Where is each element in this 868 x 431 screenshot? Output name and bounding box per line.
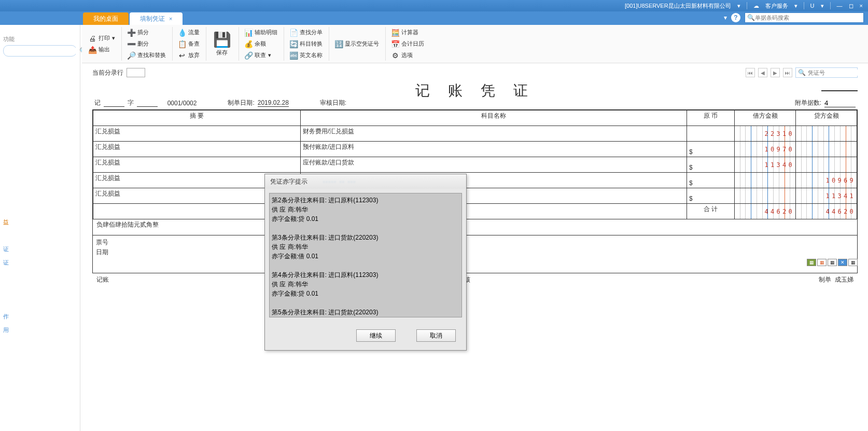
english-name-button[interactable]: 🔤英文名称 [287, 50, 325, 61]
account-convert-button[interactable]: 🔄科目转换 [287, 39, 325, 49]
maximize-icon[interactable]: ◻ [849, 3, 853, 9]
search-icon: 🔍 [798, 69, 806, 76]
cell-debit[interactable] [735, 173, 796, 188]
cell-debit[interactable]: 10970 [735, 142, 796, 157]
calculator-button[interactable]: 🧮计算器 [389, 27, 426, 38]
attachment-count-input[interactable] [824, 99, 856, 107]
sidebar-link[interactable]: 证 [3, 242, 77, 256]
help-icon[interactable]: ? [731, 13, 740, 22]
cell-currency[interactable] [687, 126, 735, 142]
barcode-search-input[interactable] [755, 15, 861, 21]
joint-button[interactable]: 🔗联查▾ [242, 50, 279, 61]
balance-icon: 💰 [244, 40, 253, 48]
sig-maker-name: 成玉娣 [835, 276, 853, 283]
find-replace-button[interactable]: 🔎查找和替换 [125, 50, 168, 61]
tab-close-icon[interactable]: × [169, 16, 172, 22]
abandon-button[interactable]: ↩放弃 [176, 50, 202, 61]
cell-summary[interactable]: 汇兑损益 [93, 142, 301, 157]
cell-credit[interactable]: 10969 [796, 173, 857, 188]
joint-icon: 🔗 [244, 51, 253, 60]
header-debit: 借方金额 [735, 110, 796, 126]
cell-currency[interactable]: $ [687, 157, 735, 173]
cell-account[interactable]: 预付账款/进口原料 [301, 142, 687, 157]
header-account: 科目名称 [301, 110, 687, 126]
ribbon-toolbar: 🖨打印▾ 📤输出 ➕插分 ➖删分 🔎查找和替换 💧流量 📋备查 ↩放弃 💾保存 … [82, 25, 868, 63]
sidebar-link[interactable]: 益 [3, 215, 77, 229]
sidebar-link[interactable]: 作 [3, 310, 77, 323]
cell-summary[interactable]: 汇兑损益 [93, 126, 301, 142]
dropdown-icon[interactable]: ▾ [821, 3, 824, 9]
sidebar-search-input[interactable] [8, 48, 79, 54]
voucher-row[interactable]: 汇兑损益$10969 [93, 173, 857, 188]
dropdown-icon[interactable]: ▾ [724, 14, 727, 21]
cell-debit[interactable]: 22310 [735, 126, 796, 142]
voucher-number-search[interactable]: 🔍 [795, 67, 858, 78]
current-line-input[interactable] [127, 68, 145, 77]
delete-entry-button[interactable]: ➖删分 [125, 39, 168, 49]
make-date[interactable]: 2019.02.28 [258, 99, 289, 107]
barcode-search[interactable]: 🔍 [745, 12, 864, 23]
close-icon[interactable]: × [860, 3, 863, 9]
voucher-number-input[interactable] [808, 69, 868, 76]
nav-prev-button[interactable]: ◀ [758, 68, 767, 77]
continue-button[interactable]: 继续 [356, 329, 396, 342]
ji-blank[interactable] [104, 99, 124, 107]
title-underline [821, 90, 858, 91]
cell-credit[interactable]: 11341 [796, 188, 857, 204]
cell-debit[interactable] [735, 188, 796, 204]
mini-btn-5[interactable]: ▦ [848, 259, 858, 266]
save-button[interactable]: 💾保存 [209, 29, 234, 59]
options-button[interactable]: ⚙选项 [389, 50, 426, 61]
cell-summary[interactable]: 汇兑损益 [93, 157, 301, 173]
cell-currency[interactable]: $ [687, 142, 735, 157]
u-menu[interactable]: U [810, 3, 815, 9]
mini-btn-2[interactable]: ▦ [817, 259, 827, 266]
dialog-message[interactable]: 第2条分录往来科目: 进口原料(112303) 供 应 商:韩华 赤字金额:贷 … [269, 193, 462, 317]
voucher-row[interactable]: 汇兑损益财务费用/汇兑损益22310 [93, 126, 857, 142]
mini-btn-1[interactable]: ▦ [807, 259, 816, 266]
cell-currency[interactable]: $ [687, 173, 735, 188]
tab-desktop[interactable]: 我的桌面 [83, 12, 129, 25]
print-button[interactable]: 🖨打印▾ [86, 33, 117, 44]
zi-blank[interactable] [137, 99, 158, 107]
dialog-titlebar[interactable]: 凭证赤字提示 ∙∙∙∙∙ ∙∙ ∙∙∙ [265, 174, 466, 189]
nav-first-button[interactable]: ⏮ [746, 68, 755, 77]
sidebar-search[interactable]: 🔍 [3, 45, 77, 57]
cell-debit[interactable]: 11340 [735, 157, 796, 173]
minimize-icon[interactable]: — [837, 3, 843, 9]
tab-voucher[interactable]: 填制凭证× [130, 12, 183, 25]
calendar-button[interactable]: 📅会计日历 [389, 39, 426, 49]
sidebar-link[interactable]: 证 [3, 256, 77, 269]
find-entry-button[interactable]: 📄查找分单 [287, 27, 325, 38]
dropdown-icon[interactable]: ▾ [737, 3, 740, 9]
mini-btn-3[interactable]: ▦ [828, 259, 837, 266]
mini-btn-4[interactable]: ✕ [838, 259, 847, 266]
left-sidebar: 📌 × 功能 🔍 益 证 证 作 用 [0, 11, 80, 431]
cell-credit[interactable] [796, 142, 857, 157]
sidebar-link[interactable]: 用 [3, 323, 77, 337]
cancel-button[interactable]: 取消 [416, 329, 456, 342]
cell-account[interactable]: 应付账款/进口货款 [301, 157, 687, 173]
review-button[interactable]: 📋备查 [176, 39, 202, 49]
cell-currency[interactable]: $ [687, 188, 735, 204]
show-empty-button[interactable]: 🔢显示空凭证号 [332, 39, 381, 49]
cell-account[interactable]: 财务费用/汇兑损益 [301, 126, 687, 142]
insert-entry-button[interactable]: ➕插分 [125, 27, 168, 38]
voucher-row[interactable]: 汇兑损益预付账款/进口原料$10970 [93, 142, 857, 157]
cell-credit[interactable] [796, 126, 857, 142]
aux-detail-button[interactable]: 📊辅助明细 [242, 27, 279, 38]
output-icon: 📤 [88, 46, 96, 54]
dropdown-icon[interactable]: ▾ [794, 3, 797, 9]
app-titlebar: [001]U8SERVER昆山太田新材料有限公司 ▾ ☁ 客户服务 ▾ U ▾ … [0, 0, 868, 11]
nav-next-button[interactable]: ▶ [771, 68, 780, 77]
output-button[interactable]: 📤输出 [86, 45, 117, 55]
service-label[interactable]: 客户服务 [765, 2, 788, 10]
nav-last-button[interactable]: ⏭ [783, 68, 792, 77]
flow-button[interactable]: 💧流量 [176, 27, 202, 38]
cell-credit[interactable] [796, 157, 857, 173]
voucher-row[interactable]: 汇兑损益应付账款/进口货款$11340 [93, 157, 857, 173]
voucher-row[interactable]: 汇兑损益$11341 [93, 188, 857, 204]
find-entry-icon: 📄 [289, 29, 298, 37]
balance-button[interactable]: 💰余额 [242, 39, 279, 49]
voucher-notes: 票号 日期 备注项 目 个 人 业务员 [92, 235, 858, 274]
